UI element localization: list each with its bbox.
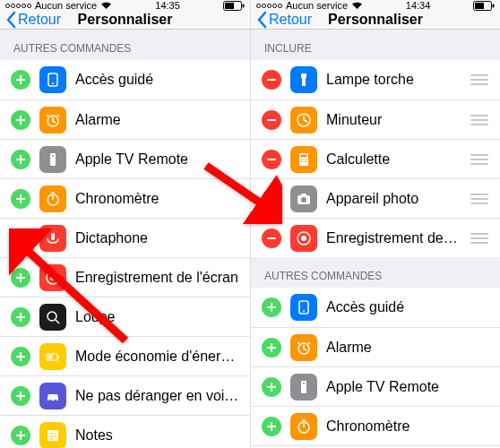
list-item: Chronomètre: [251, 406, 500, 445]
row-label: Chronomètre: [326, 418, 489, 435]
list-item: Apple TV Remote: [0, 139, 250, 178]
include-list: Lampe torcheMinuteurCalculetteAppareil p…: [251, 60, 500, 257]
list-item: Accès guidé: [251, 288, 500, 327]
battery-icon: [223, 1, 245, 11]
row-label: Alarme: [326, 340, 489, 356]
add-button[interactable]: [11, 426, 30, 445]
magnify-icon: [39, 304, 66, 331]
battery-icon: [473, 1, 495, 11]
stopwatch-icon: [290, 413, 317, 440]
add-button[interactable]: [11, 110, 30, 130]
chevron-left-icon: [256, 11, 267, 29]
remove-button[interactable]: [262, 228, 281, 248]
stopwatch-icon: [39, 185, 66, 212]
notes-icon: [39, 422, 66, 449]
add-button[interactable]: [11, 386, 30, 406]
list-item: Minuteur: [251, 99, 500, 139]
voice-icon: [39, 225, 66, 252]
drag-handle-icon[interactable]: [470, 233, 489, 244]
phone-right: Aucun service 14:34 Retour Personnaliser…: [250, 0, 500, 448]
alarm-icon: [39, 107, 66, 134]
row-label: Calculette: [326, 151, 461, 168]
status-bar: Aucun service 14:34: [251, 0, 500, 11]
section-header-other: AUTRES COMMANDES: [0, 30, 250, 60]
svg-rect-36: [493, 4, 495, 7]
time-label: 14:35: [155, 0, 180, 11]
section-header-include: INCLURE: [251, 30, 500, 60]
other-commands-list: Accès guidéAlarmeApple TV RemoteChronomè…: [0, 60, 250, 448]
alarm-icon: [290, 334, 317, 361]
timer-icon: [290, 107, 317, 134]
row-label: Apple TV Remote: [75, 151, 239, 168]
add-button[interactable]: [262, 417, 281, 436]
list-item: Enregistrement de l'écran: [0, 257, 250, 297]
drag-handle-icon[interactable]: [470, 115, 489, 125]
add-button[interactable]: [11, 307, 30, 327]
list-item: Mode économie d'énergie: [0, 336, 250, 375]
list-item: Appareil photo: [251, 178, 500, 218]
row-label: Loupe: [75, 309, 239, 325]
wifi-icon: [100, 1, 112, 10]
guided-icon: [39, 66, 66, 93]
navbar: Retour Personnaliser: [0, 11, 250, 30]
row-label: Enregistrement de l'écran: [75, 270, 239, 286]
drag-handle-icon[interactable]: [470, 74, 489, 85]
list-item: Alarme: [0, 99, 250, 139]
list-item: Accès guidé: [0, 60, 250, 99]
drag-handle-icon[interactable]: [470, 194, 489, 204]
add-button[interactable]: [11, 150, 30, 169]
svg-rect-32: [225, 3, 234, 9]
row-label: Chronomètre: [75, 191, 239, 207]
add-button[interactable]: [262, 338, 281, 358]
list-item: Dictaphone: [0, 218, 250, 257]
add-button[interactable]: [11, 189, 30, 209]
drag-handle-icon[interactable]: [470, 154, 489, 165]
add-button[interactable]: [262, 377, 281, 397]
remote-icon: [290, 374, 317, 401]
add-button[interactable]: [11, 268, 30, 288]
list-item: Calculette: [251, 139, 500, 178]
carrier-label: Aucun service: [35, 0, 97, 11]
svg-rect-35: [475, 3, 484, 9]
add-button[interactable]: [11, 347, 30, 366]
list-item: Notes: [0, 415, 250, 448]
add-button[interactable]: [262, 297, 281, 317]
back-button[interactable]: Retour: [251, 11, 317, 29]
signal-icon: [5, 4, 31, 8]
row-label: Enregistrement de l'écran: [326, 230, 461, 246]
signal-icon: [256, 4, 282, 8]
list-item: Ne pas déranger en voiture: [0, 375, 250, 415]
chevron-left-icon: [5, 11, 16, 29]
record-icon: [290, 225, 317, 252]
list-item: Alarme: [251, 327, 500, 366]
list-item: Lampe torche: [251, 60, 500, 99]
record-icon: [39, 264, 66, 291]
carrier-label: Aucun service: [286, 0, 348, 11]
row-label: Apple TV Remote: [326, 379, 489, 395]
row-label: Lampe torche: [326, 72, 461, 88]
add-button[interactable]: [11, 70, 30, 90]
add-button[interactable]: [11, 228, 30, 248]
camera-icon: [290, 185, 317, 212]
remote-icon: [39, 146, 66, 173]
other-commands-list: Accès guidéAlarmeApple TV RemoteChronomè…: [251, 288, 500, 448]
remove-button[interactable]: [262, 70, 281, 90]
row-label: Minuteur: [326, 112, 461, 128]
car-icon: [39, 383, 66, 409]
row-label: Accès guidé: [326, 299, 489, 315]
wifi-icon: [351, 1, 363, 10]
battery-icon: [39, 343, 66, 370]
back-button[interactable]: Retour: [0, 11, 66, 29]
calc-icon: [290, 146, 317, 173]
remove-button[interactable]: [262, 189, 281, 209]
time-label: 14:34: [406, 0, 431, 11]
remove-button[interactable]: [262, 110, 281, 130]
back-label: Retour: [18, 12, 61, 28]
remove-button[interactable]: [262, 150, 281, 169]
row-label: Ne pas déranger en voiture: [75, 388, 239, 404]
row-label: Dictaphone: [75, 230, 239, 246]
row-label: Mode économie d'énergie: [75, 349, 239, 365]
list-item: Apple TV Remote: [251, 366, 500, 406]
torch-icon: [290, 66, 317, 93]
list-item: Chronomètre: [0, 178, 250, 218]
